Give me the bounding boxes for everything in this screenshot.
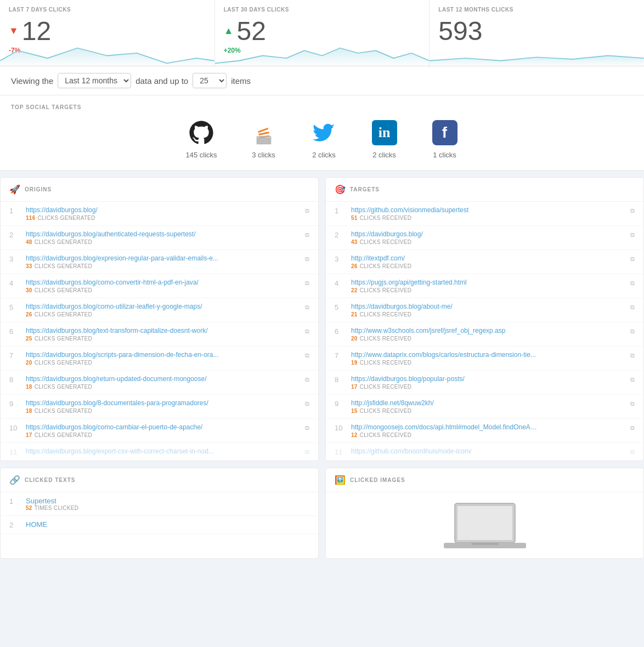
social-icon-twitter (310, 119, 338, 146)
item-url[interactable]: https://davidburgos.blog/8-documentales-… (26, 399, 234, 407)
social-title: TOP SOCIAL TARGETS (11, 104, 633, 110)
item-content: https://davidburgos.blog/como-cambiar-el… (26, 423, 298, 438)
origins-title: ORIGINS (25, 186, 52, 192)
clicked-text-item: 1 Supertest 52TIMES CLICKED (1, 492, 318, 516)
item-url[interactable]: https://davidburgos.blog/como-convertir-… (26, 279, 234, 286)
arrow-up-icon: ▲ (224, 25, 234, 37)
item-url[interactable]: http://www.dataprix.com/blogs/carlos/est… (351, 351, 538, 359)
item-url[interactable]: https://davidburgos.blog/ (26, 206, 234, 214)
item-count: 52 (26, 505, 32, 511)
external-link-icon[interactable]: ⧉ (630, 375, 635, 383)
item-url[interactable]: https://pugjs.org/api/getting-started.ht… (351, 279, 538, 286)
item-url[interactable]: https://davidburgos.blog/about-me/ (351, 303, 538, 310)
item-url[interactable]: https://davidburgos.blog/export-csv-with… (26, 447, 234, 455)
social-icon-facebook: f (431, 119, 459, 146)
external-link-icon[interactable]: ⧉ (305, 279, 309, 287)
external-link-icon[interactable]: ⧉ (630, 351, 635, 359)
external-link-icon[interactable]: ⧉ (305, 254, 309, 263)
targets-list: 1 https://github.com/visionmedia/superte… (326, 202, 643, 461)
item-url[interactable]: http://jsfiddle.net/8qwuw2kh/ (351, 399, 538, 407)
item-sub: 30CLICKS GENERATED (26, 287, 298, 293)
linkedin-icon: in (372, 120, 397, 145)
external-link-icon[interactable]: ⧉ (630, 206, 635, 214)
external-link-icon[interactable]: ⧉ (305, 375, 309, 383)
item-url[interactable]: http://itextpdf.com/ (351, 254, 538, 262)
external-link-icon[interactable]: ⧉ (630, 399, 635, 407)
external-link-icon[interactable]: ⧉ (305, 399, 309, 407)
item-number: 1 (9, 497, 19, 506)
item-count: 18 (26, 384, 32, 390)
social-item-twitter: 2 clicks (310, 119, 338, 159)
social-clicks-linkedin: 2 clicks (372, 151, 396, 159)
external-link-icon[interactable]: ⧉ (305, 447, 309, 456)
item-count: 30 (26, 287, 32, 293)
external-link-icon[interactable]: ⧉ (630, 230, 635, 239)
external-link-icon[interactable]: ⧉ (630, 254, 635, 263)
clicked-text-link[interactable]: Supertest (26, 497, 57, 505)
social-icon-github (188, 119, 215, 146)
item-url[interactable]: https://davidburgos.blog/popular-posts/ (351, 375, 538, 383)
item-url[interactable]: https://davidburgos.blog/text-transform-… (26, 327, 234, 334)
item-url[interactable]: https://davidburgos.blog/como-utilizar-l… (26, 303, 234, 310)
external-link-icon[interactable]: ⧉ (630, 279, 635, 287)
item-number: 2 (9, 520, 19, 529)
item-url[interactable]: https://davidburgos.blog/expresion-regul… (26, 254, 234, 262)
item-number: 10 (335, 423, 344, 432)
item-url[interactable]: https://davidburgos.blog/como-cambiar-el… (26, 423, 234, 431)
count-select[interactable]: 102550100 (193, 73, 227, 88)
arrow-down-icon: ▼ (9, 25, 19, 37)
item-url[interactable]: https://davidburgos.blog/ (351, 230, 538, 238)
item-url[interactable]: https://github.com/visionmedia/supertest (351, 206, 538, 214)
item-count: 15 (351, 408, 358, 414)
item-content: https://davidburgos.blog/8-documentales-… (26, 399, 298, 414)
item-url[interactable]: https://davidburgos.blog/authenticated-r… (26, 230, 234, 238)
list-item: 2 https://davidburgos.blog/authenticated… (1, 226, 318, 250)
clicked-text-link[interactable]: HOME (26, 520, 47, 529)
item-content: https://github.com/visionmedia/supertest… (351, 206, 624, 221)
item-number: 7 (9, 351, 19, 360)
item-content: https://davidburgos.blog/como-convertir-… (26, 279, 298, 293)
period-select[interactable]: Last 7 daysLast 30 daysLast 12 monthsAll… (58, 73, 131, 88)
item-sub: 116CLICKS GENERATED (26, 215, 298, 221)
list-item: 7 https://davidburgos.blog/scripts-para-… (1, 347, 318, 371)
item-url[interactable]: http://mongoosejs.com/docs/api.html#mode… (351, 423, 538, 431)
external-link-icon[interactable]: ⧉ (305, 206, 309, 214)
rocket-icon: 🚀 (9, 184, 20, 195)
item-number: 9 (9, 399, 19, 408)
external-link-icon[interactable]: ⧉ (630, 303, 635, 311)
item-url[interactable]: https://davidburgos.blog/scripts-para-di… (26, 351, 234, 359)
item-number: 3 (335, 254, 344, 263)
external-link-icon[interactable]: ⧉ (630, 327, 635, 335)
item-url[interactable]: https://davidburgos.blog/return-updated-… (26, 375, 234, 383)
item-sub: 17CLICKS GENERATED (26, 432, 298, 438)
external-link-icon[interactable]: ⧉ (305, 230, 309, 239)
item-count: 20 (351, 336, 358, 342)
external-link-icon[interactable]: ⧉ (305, 351, 309, 359)
item-content: https://davidburgos.blog/export-csv-with… (26, 447, 298, 456)
stats-row: LAST 7 DAYS CLICKS▼12-7% LAST 30 DAYS CL… (0, 0, 644, 66)
external-link-icon[interactable]: ⧉ (630, 423, 635, 432)
item-number: 11 (335, 447, 344, 456)
github-icon (188, 120, 214, 146)
item-content: https://davidburgos.blog/about-me/ 21CLI… (351, 303, 624, 317)
viewing-prefix: Viewing the (11, 76, 53, 86)
clicked-images-header: 🖼️ CLICKED IMAGES (326, 468, 643, 492)
external-link-icon[interactable]: ⧉ (305, 327, 309, 335)
item-content: http://jsfiddle.net/8qwuw2kh/ 15CLICKS R… (351, 399, 624, 414)
item-url[interactable]: https://github.com/bnoordhuis/node-iconv (351, 447, 538, 455)
external-link-icon[interactable]: ⧉ (630, 447, 635, 456)
item-url[interactable]: http://www.w3schools.com/jsref/jsref_obj… (351, 327, 538, 334)
two-col-section: 🚀 ORIGINS 1 https://davidburgos.blog/ 11… (0, 177, 644, 468)
social-clicks-twitter: 2 clicks (312, 151, 336, 159)
list-item: 5 https://davidburgos.blog/como-utilizar… (1, 298, 318, 322)
social-icon-linkedin: in (371, 119, 398, 146)
clicked-texts-list: 1 Supertest 52TIMES CLICKED 2 HOME (1, 492, 318, 534)
item-sub: 17CLICKS RECEIVED (351, 384, 624, 390)
external-link-icon[interactable]: ⧉ (305, 303, 309, 311)
list-item: 6 https://davidburgos.blog/text-transfor… (1, 322, 318, 347)
external-link-icon[interactable]: ⧉ (305, 423, 309, 432)
stat-label-last12months: LAST 12 MONTHS CLICKS (438, 7, 635, 13)
svg-rect-11 (258, 128, 268, 133)
item-content: https://github.com/bnoordhuis/node-iconv (351, 447, 624, 456)
clicked-texts-panel: 🔗 CLICKED TEXTS 1 Supertest 52TIMES CLIC… (0, 468, 319, 559)
